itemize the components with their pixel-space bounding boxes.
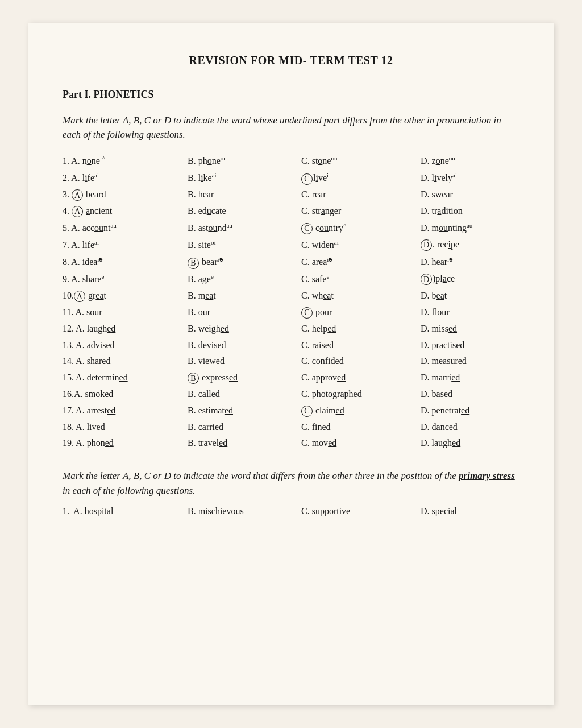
- q16-b: B. called: [188, 386, 301, 403]
- q15-a: 15. A. determined: [63, 370, 188, 386]
- q16-a: 16.A. smoked: [63, 386, 188, 403]
- q2-b: B. likeai: [188, 169, 301, 187]
- q15-c: C. approved: [301, 370, 421, 386]
- bq1-a: 1. A. hospital: [63, 503, 188, 520]
- q17-b: B. estimated: [188, 403, 301, 419]
- q7-a: 7. A. lifeai: [63, 237, 188, 254]
- q14-d: D. measured: [421, 353, 534, 370]
- q12-d: D. missed: [421, 321, 534, 337]
- q4-c: C. stranger: [301, 203, 421, 220]
- q12-a: 12. A. laughed: [63, 321, 188, 337]
- questions-grid: 1. A. none ^ B. phoneou C. stoneou D. zo…: [63, 152, 519, 452]
- q3-b: B. hear: [188, 187, 301, 203]
- q3-a: 3. A beard: [63, 187, 188, 203]
- bq1-c: C. supportive: [301, 503, 421, 520]
- q17-c: C claimed: [301, 403, 421, 419]
- q14-c: C. confided: [301, 353, 421, 370]
- q7-b: B. siteoi: [188, 237, 301, 254]
- q12-b: B. weighed: [188, 321, 301, 337]
- q1-a: 1. A. none ^: [63, 152, 188, 169]
- q18-a: 18. A. lived: [63, 419, 188, 436]
- q1-b: B. phoneou: [188, 152, 301, 169]
- part-title: Part I. PHONETICS: [63, 86, 519, 103]
- main-title: REVISION FOR MID- TERM TEST 12: [63, 51, 519, 69]
- q18-b: B. carried: [188, 419, 301, 436]
- q4-b: B. educate: [188, 203, 301, 220]
- q3-d: D. swear: [421, 187, 534, 203]
- q9-c: C. safee: [301, 271, 421, 288]
- q8-b: B beariə: [188, 254, 301, 271]
- q11-a: 11. A. sour: [63, 304, 188, 321]
- q11-b: B. our: [188, 304, 301, 321]
- part2-instruction: Mark the letter A, B, C or D to indicate…: [63, 469, 519, 498]
- q11-d: D. flour: [421, 304, 534, 321]
- q10-d: D. beat: [421, 288, 534, 304]
- q19-d: D. laughed: [421, 435, 534, 452]
- q9-d: D)place: [421, 271, 534, 288]
- q5-d: D. mountingau: [421, 220, 534, 237]
- q13-b: B. devised: [188, 337, 301, 354]
- q5-c: C country^: [301, 220, 421, 237]
- q17-a: 17. A. arrested: [63, 403, 188, 419]
- q11-c: C pour: [301, 304, 421, 321]
- q5-b: B. astoundau: [188, 220, 301, 237]
- q8-d: D. heariə: [421, 254, 534, 271]
- q18-d: D. danced: [421, 419, 534, 436]
- q8-a: 8. A. ideaiə: [63, 254, 188, 271]
- q10-b: B. meat: [188, 288, 301, 304]
- q13-d: D. practised: [421, 337, 534, 354]
- q16-d: D. based: [421, 386, 534, 403]
- q9-a: 9. A. sharee: [63, 271, 188, 288]
- page: REVISION FOR MID- TERM TEST 12 Part I. P…: [28, 23, 554, 705]
- q7-d: D. recipe: [421, 237, 534, 254]
- q1-d: D. zoneou: [421, 152, 534, 169]
- q19-a: 19. A. phoned: [63, 435, 188, 452]
- bottom-questions: 1. A. hospital B. mischievous C. support…: [63, 503, 519, 520]
- q4-a: 4. A ancient: [63, 203, 188, 220]
- q1-c: C. stoneou: [301, 152, 421, 169]
- q15-d: D. married: [421, 370, 534, 386]
- q10-a: 10.A great: [63, 288, 188, 304]
- q19-c: C. moved: [301, 435, 421, 452]
- q15-b: B expressed: [188, 370, 301, 386]
- q7-c: C. widenai: [301, 237, 421, 254]
- q12-c: C. helped: [301, 321, 421, 337]
- q5-a: 5. A. accountau: [63, 220, 188, 237]
- q19-b: B. traveled: [188, 435, 301, 452]
- bq1-b: B. mischievous: [188, 503, 301, 520]
- q14-b: B. viewed: [188, 353, 301, 370]
- q4-d: D. tradition: [421, 203, 534, 220]
- instruction: Mark the letter A, B, C or D to indicate…: [63, 113, 519, 142]
- q2-d: D. livelyai: [421, 169, 534, 187]
- q2-a: 2. A. lifeai: [63, 169, 188, 187]
- q8-c: C. areaiə: [301, 254, 421, 271]
- q18-c: C. fined: [301, 419, 421, 436]
- q16-c: C. photographed: [301, 386, 421, 403]
- q13-c: C. raised: [301, 337, 421, 354]
- q10-c: C. wheat: [301, 288, 421, 304]
- q3-c: C. rear: [301, 187, 421, 203]
- q14-a: 14. A. shared: [63, 353, 188, 370]
- q9-b: B. agee: [188, 271, 301, 288]
- q2-c: Clivei: [301, 169, 421, 187]
- q17-d: D. penetrated: [421, 403, 534, 419]
- q13-a: 13. A. advised: [63, 337, 188, 354]
- bq1-d: D. special: [421, 503, 534, 520]
